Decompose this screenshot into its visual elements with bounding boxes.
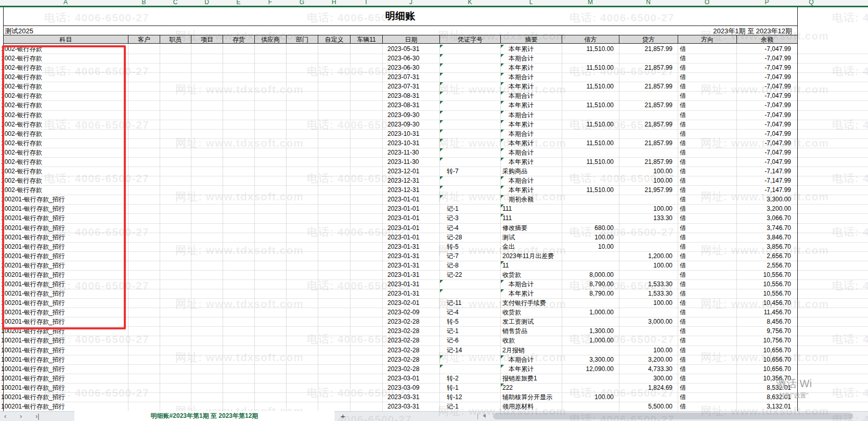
cell-direction[interactable]: 借	[678, 129, 736, 138]
cell-direction[interactable]: 借	[678, 138, 736, 148]
cell-credit[interactable]: 100.00	[619, 176, 678, 185]
cell-balance[interactable]: -7,147.99	[736, 185, 797, 195]
cell-voucher[interactable]: 记-8	[439, 261, 500, 270]
cell-balance[interactable]: -7,147.99	[736, 176, 797, 185]
cell-balance[interactable]: -7,047.99	[736, 100, 797, 110]
cell-subject[interactable]: 100201-银行存款_招行	[0, 374, 128, 383]
cell-balance[interactable]: -7,047.99	[736, 91, 797, 100]
cell-balance[interactable]: 2,656.70	[736, 251, 797, 261]
column-header-N[interactable]: N	[646, 0, 651, 6]
cell-date[interactable]: 2023-12-31	[382, 176, 439, 185]
header-cell-customer[interactable]: 客户	[128, 35, 160, 44]
cell-subject[interactable]: 100201-银行存款_招行	[0, 346, 128, 355]
column-header-M[interactable]: M	[588, 0, 593, 6]
cell-direction[interactable]: 借	[678, 82, 736, 91]
cell-balance[interactable]: 3,846.70	[736, 233, 797, 242]
cell-summary[interactable]: 本年累计	[500, 120, 565, 129]
sheet-nav-last-button[interactable]: ›|	[35, 411, 40, 421]
cell-direction[interactable]: 借	[678, 110, 736, 120]
scroll-left-arrow[interactable]	[483, 414, 486, 418]
cell-debit[interactable]: 11,510.00	[562, 63, 619, 72]
cell-balance[interactable]: -7,047.99	[736, 148, 797, 157]
cell-date[interactable]: 2023-03-31	[382, 392, 439, 402]
cell-date[interactable]: 2023-02-01	[382, 298, 439, 308]
cell-voucher[interactable]: 记-1	[439, 402, 500, 411]
cell-voucher[interactable]: 转-5	[439, 317, 500, 326]
cell-balance[interactable]: -7,047.99	[736, 44, 797, 54]
cell-voucher[interactable]: 记-7	[439, 251, 500, 261]
header-cell-subject[interactable]: 科目	[3, 35, 128, 44]
cell-balance[interactable]: 3,300.00	[736, 195, 797, 204]
cell-debit[interactable]: 12,090.00	[562, 364, 619, 374]
cell-credit[interactable]: 21,957.99	[619, 185, 678, 195]
cell-debit[interactable]: 1,300.00	[562, 326, 619, 336]
cell-date[interactable]: 2023-05-31	[382, 44, 439, 54]
cell-date[interactable]: 2023-01-01	[382, 233, 439, 242]
header-cell-project[interactable]: 项目	[191, 35, 223, 44]
cell-direction[interactable]: 借	[678, 242, 736, 251]
cell-voucher[interactable]: 记-28	[439, 233, 500, 242]
cell-summary[interactable]: 本期合计	[500, 355, 565, 364]
cell-balance[interactable]: 10,556.70	[736, 279, 797, 289]
cell-balance[interactable]: 3,200.00	[736, 204, 797, 213]
cell-subject[interactable]: 100201-银行存款_招行	[0, 402, 128, 411]
cell-credit[interactable]: 1,533.30	[619, 279, 678, 289]
cell-balance[interactable]: 2,556.70	[736, 261, 797, 270]
cell-date[interactable]: 2023-02-28	[382, 317, 439, 326]
cell-direction[interactable]: 借	[678, 54, 736, 63]
horizontal-scrollbar-thumb[interactable]	[493, 413, 853, 419]
cell-balance[interactable]: 11,456.70	[736, 308, 797, 317]
cell-summary[interactable]: 本年累计	[500, 364, 565, 374]
cell-summary[interactable]: 本期合计	[500, 129, 565, 138]
column-header-D[interactable]: D	[204, 0, 209, 6]
column-header-I[interactable]: I	[365, 0, 367, 6]
cell-direction[interactable]: 借	[678, 374, 736, 383]
cell-summary[interactable]: 2023年11月出差费	[500, 251, 565, 261]
cell-date[interactable]: 2023-01-31	[382, 242, 439, 251]
cell-credit[interactable]: 1,533.30	[619, 289, 678, 298]
cell-credit[interactable]: 300.00	[619, 374, 678, 383]
cell-direction[interactable]: 借	[678, 157, 736, 167]
cell-debit[interactable]: 11,510.00	[562, 100, 619, 110]
header-cell-debit[interactable]: 借方	[562, 35, 619, 44]
cell-direction[interactable]: 借	[678, 63, 736, 72]
cell-direction[interactable]: 借	[678, 72, 736, 82]
cell-voucher[interactable]: 记-4	[439, 308, 500, 317]
column-header-Q[interactable]: Q	[809, 0, 813, 6]
cell-direction[interactable]: 借	[678, 120, 736, 129]
cell-credit[interactable]: 100.00	[619, 261, 678, 270]
cell-date[interactable]: 2023-02-09	[382, 308, 439, 317]
cell-balance[interactable]: 10,756.70	[736, 336, 797, 345]
cell-voucher[interactable]: 记-1	[439, 326, 500, 336]
cell-summary[interactable]: 收款	[500, 336, 565, 345]
cell-voucher[interactable]: 记-22	[439, 270, 500, 279]
cell-summary[interactable]: 本期合计	[500, 279, 565, 289]
header-cell-custom[interactable]: 自定义	[318, 35, 351, 44]
add-sheet-button[interactable]: +	[341, 411, 345, 421]
cell-credit[interactable]: 133.30	[619, 213, 678, 223]
cell-summary[interactable]: 本年累计	[500, 44, 565, 54]
cell-credit[interactable]: 1,200.00	[619, 251, 678, 261]
cell-credit[interactable]: 4,733.30	[619, 364, 678, 374]
cell-voucher[interactable]: 转-7	[439, 167, 500, 176]
cell-date[interactable]: 2023-08-31	[382, 100, 439, 110]
cell-date[interactable]: 2023-01-31	[382, 270, 439, 279]
cell-debit[interactable]: 8,790.00	[562, 279, 619, 289]
cell-debit[interactable]: 11,510.00	[562, 185, 619, 195]
column-header-P[interactable]: P	[765, 0, 769, 6]
cell-subject[interactable]: 100201-银行存款_招行	[0, 392, 128, 402]
cell-direction[interactable]: 借	[678, 185, 736, 195]
cell-debit[interactable]: 8,000.00	[562, 270, 619, 279]
header-cell-dept[interactable]: 部门	[286, 35, 318, 44]
cell-direction[interactable]: 借	[678, 364, 736, 374]
cell-summary[interactable]: 领用原材料	[500, 402, 565, 411]
cell-credit[interactable]: 5,500.00	[619, 402, 678, 411]
cell-direction[interactable]: 借	[678, 176, 736, 185]
cell-date[interactable]: 2023-10-31	[382, 138, 439, 148]
cell-balance[interactable]: 10,556.70	[736, 289, 797, 298]
cell-voucher[interactable]: 转-5	[439, 242, 500, 251]
cell-summary[interactable]: 辅助核算分开显示	[500, 392, 565, 402]
cell-direction[interactable]: 借	[678, 402, 736, 411]
cell-credit[interactable]: 3,200.00	[619, 355, 678, 364]
cell-balance[interactable]: 10,656.70	[736, 346, 797, 355]
